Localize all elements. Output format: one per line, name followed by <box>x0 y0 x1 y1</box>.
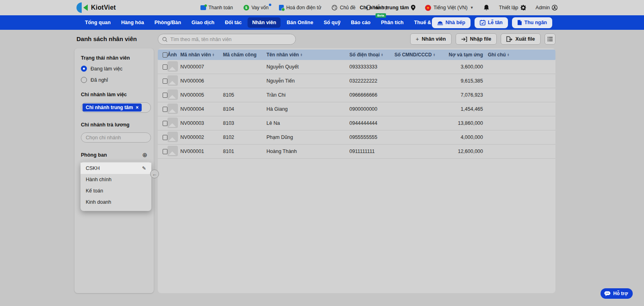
employee-phone: 0322222222 <box>349 78 394 84</box>
topbar-right: Chi nhánh trung tâm ★ Tiếng Việt (VN) ▼ … <box>360 0 557 15</box>
timekeeping-code: 8102 <box>223 134 266 140</box>
reception-icon <box>480 20 485 25</box>
sort-icon: ▲▼ <box>433 53 436 56</box>
table-row[interactable]: NV000006 Nguyễn Tiến 0322222222 9,615,38… <box>158 74 555 88</box>
search-input[interactable] <box>170 37 291 42</box>
bell-icon[interactable] <box>483 4 489 11</box>
topbar-item-hoa-don[interactable]: Hoá đơn điện tử <box>279 5 321 10</box>
status-filter-title: Trạng thái nhân viên <box>81 55 147 61</box>
employee-phone: 0944444444 <box>349 120 394 126</box>
dropdown-option[interactable]: CSKH ✎ <box>80 163 151 174</box>
table-row[interactable]: NV000005 8105 Trần Chi 0966666666 7,076,… <box>158 88 555 102</box>
nav-tab[interactable]: Giao dịch <box>187 17 219 28</box>
export-icon <box>506 36 512 42</box>
radio-dang-lam-viec[interactable]: Đang làm việc <box>81 66 147 72</box>
app-window: KiotViet Thanh toán $ Vay vốn Hoá đơn đi… <box>0 0 644 306</box>
nav-tab[interactable]: Đối tác <box>221 17 246 28</box>
radio-selected-icon[interactable] <box>81 66 87 72</box>
row-checkbox[interactable] <box>163 93 167 98</box>
col-photo: Ảnh <box>167 52 180 58</box>
row-checkbox[interactable] <box>163 121 167 126</box>
topbar-item-vay-von[interactable]: $ Vay vốn <box>244 5 268 10</box>
radio-da-nghi[interactable]: Đã nghỉ <box>81 77 147 83</box>
topbar-item-chu-de[interactable]: Chủ đề <box>332 5 355 10</box>
row-checkbox[interactable] <box>163 64 167 70</box>
reception-button[interactable]: Lễ tân <box>475 17 508 28</box>
notification-dot <box>269 4 271 6</box>
employee-debt: 1,454,465 <box>443 106 483 112</box>
sort-icon: ▲▼ <box>212 53 215 56</box>
col-timekeeping: Mã chấm công <box>223 52 266 58</box>
edit-pencil-icon[interactable]: ✎ <box>142 165 146 171</box>
columns-icon <box>547 37 553 41</box>
sort-icon: ▲▼ <box>507 53 510 56</box>
department-dropdown: CSKH ✎ Hành chính Kế toán Kinh doanh <box>80 162 151 211</box>
row-checkbox[interactable] <box>163 79 167 84</box>
nav-tab[interactable]: Phân tích <box>376 17 408 28</box>
add-department-icon[interactable]: ⊕ <box>142 152 147 158</box>
cashier-button[interactable]: Thu ngân <box>512 17 552 28</box>
topbar-item-thanh-toan[interactable]: Thanh toán <box>200 5 233 10</box>
employee-avatar <box>167 89 178 100</box>
table-row[interactable]: NV000002 8102 Phạm Dũng 0955555555 4,000… <box>158 130 555 145</box>
work-branch-select[interactable]: Chi nhánh trung tâm × <box>81 102 151 113</box>
table-row[interactable]: NV000003 8103 Lê Na 0944444444 13,860,00… <box>158 116 555 130</box>
timekeeping-code: 8104 <box>223 106 266 112</box>
table-row[interactable]: NV000004 8104 Hà Giang 0900000000 1,454,… <box>158 102 555 116</box>
employee-debt: 13,860,000 <box>443 120 483 126</box>
vietnam-flag-icon: ★ <box>425 5 431 11</box>
nav-tab[interactable]: Hàng hóa <box>117 17 149 28</box>
add-employee-button[interactable]: + Nhân viên <box>410 33 452 45</box>
nav-tab[interactable]: Nhân viên <box>248 17 281 28</box>
branch-tag: Chi nhánh trung tâm × <box>83 103 142 112</box>
branch-selector[interactable]: Chi nhánh trung tâm <box>360 5 415 10</box>
row-checkbox[interactable] <box>163 149 167 154</box>
employee-name: Phạm Dũng <box>266 134 349 140</box>
radio-unselected-icon[interactable] <box>81 77 87 83</box>
employee-avatar <box>167 146 178 156</box>
support-button[interactable]: Hỗ trợ <box>601 288 633 299</box>
col-phone[interactable]: Số điện thoại ▲▼ <box>349 52 394 58</box>
employee-code: NV000007 <box>180 64 223 70</box>
settings-menu[interactable]: Thiết lập <box>499 5 526 10</box>
employee-name: Hoàng Thành <box>266 149 349 154</box>
import-file-button[interactable]: Nhập file <box>456 33 497 45</box>
col-name[interactable]: Tên nhân viên ▲▼ <box>266 52 349 58</box>
col-note[interactable]: Ghi chú ▲▼ <box>483 52 510 58</box>
nav-tab[interactable]: Tổng quan <box>80 17 115 28</box>
employee-phone: 0911111111 <box>349 149 394 154</box>
table-row[interactable]: NV000007 Nguyễn Quyết 0933333333 3,600,0… <box>158 60 555 74</box>
column-settings-button[interactable] <box>545 33 555 45</box>
brand-name: KiotViet <box>91 4 116 11</box>
search-icon <box>162 37 167 42</box>
col-id-number[interactable]: Số CMND/CCCD ▲▼ <box>394 52 443 58</box>
employee-avatar <box>167 118 178 128</box>
table-header: Ảnh Mã nhân viên ▲▼ Mã chấm công Tên nhâ… <box>158 50 555 60</box>
salary-branch-input[interactable] <box>81 132 151 143</box>
nav-tab[interactable]: Báo cáo <box>347 17 375 28</box>
main-navbar: Tổng quan Hàng hóa Phòng/Bàn Giao dịch Đ… <box>0 15 644 30</box>
collapse-sidebar-button[interactable]: ← <box>150 170 159 178</box>
row-checkbox[interactable] <box>163 107 167 112</box>
nav-tab[interactable]: Phòng/Bàn <box>150 17 186 28</box>
employee-code: NV000005 <box>180 92 223 98</box>
dropdown-option[interactable]: Hành chính <box>80 174 151 185</box>
nav-tab[interactable]: Sổ quỹ <box>319 17 345 28</box>
kitchen-button[interactable]: Nhà bếp <box>432 17 471 28</box>
user-icon <box>552 5 557 10</box>
row-checkbox[interactable] <box>163 135 167 140</box>
nav-tab[interactable]: Bán Online <box>282 17 318 28</box>
col-code[interactable]: Mã nhân viên ▲▼ <box>180 52 223 58</box>
topbar: KiotViet Thanh toán $ Vay vốn Hoá đơn đi… <box>0 0 644 15</box>
theme-icon <box>332 5 337 10</box>
dropdown-option[interactable]: Kế toán <box>80 185 151 196</box>
select-all-checkbox[interactable] <box>163 52 167 58</box>
dropdown-option[interactable]: Kinh doanh <box>80 196 151 208</box>
language-selector[interactable]: ★ Tiếng Việt (VN) ▼ <box>425 5 474 11</box>
plus-icon: + <box>416 36 419 42</box>
export-file-button[interactable]: Xuất file <box>501 33 541 45</box>
table-row[interactable]: NV000001 8101 Hoàng Thành 0911111111 12,… <box>158 145 555 159</box>
remove-tag-icon[interactable]: × <box>136 105 138 110</box>
account-menu[interactable]: Admin <box>536 5 557 10</box>
kiotviet-logo[interactable]: KiotViet <box>76 0 116 15</box>
